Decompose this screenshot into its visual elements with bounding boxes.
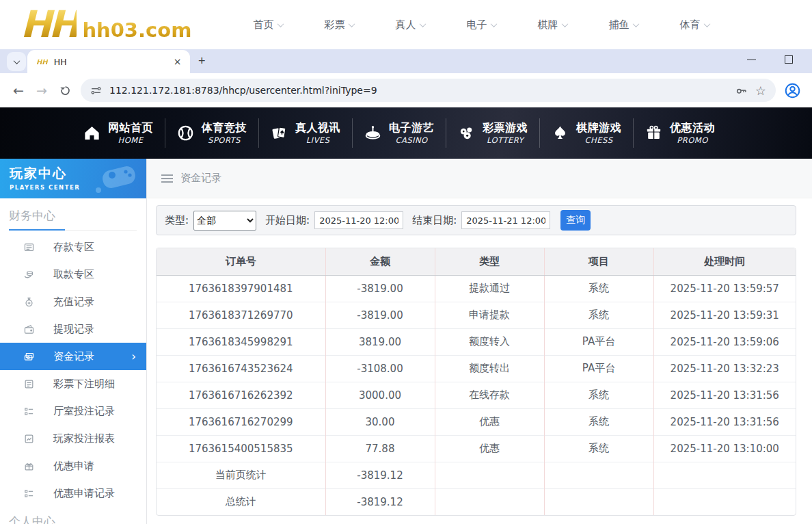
forward-button[interactable]: →: [30, 79, 53, 102]
cell-type: 优惠: [435, 435, 544, 462]
cell-type: 提款通过: [435, 275, 544, 302]
top-nav-item-fishing[interactable]: 捕鱼: [588, 18, 659, 31]
reload-button[interactable]: [53, 79, 77, 102]
url-bar[interactable]: 112.121.172.181:8783/hhcp/usercenter.htm…: [81, 79, 776, 102]
cell-time: 2025-11-20 13:10:00: [653, 435, 796, 462]
cell-time: 2025-11-20 13:32:23: [653, 355, 796, 382]
cell-order-no: 1763616716262392: [157, 382, 325, 408]
table-row: 176361540051583577.88优惠系统2025-11-20 13:1…: [157, 435, 796, 462]
cell-time: 2025-11-20 13:59:06: [653, 328, 796, 355]
cell-amount: 3819.00: [325, 328, 435, 355]
cell-order-no: 1763618371269770: [157, 302, 325, 328]
window-minimize-button[interactable]: [747, 60, 756, 60]
password-key-icon[interactable]: [735, 84, 748, 97]
home-icon: [83, 124, 101, 142]
sidebar: 玩家中心 PLAYERS CENTER 财务中心 存款专区 取款专区: [0, 159, 147, 524]
sidebar-item-promo-apply[interactable]: 优惠申请: [0, 452, 146, 480]
cell-project: 系统: [544, 408, 653, 435]
back-button[interactable]: ←: [7, 79, 30, 102]
table-summary-row-total: 总统计-3819.12: [157, 488, 796, 515]
cell-order-no: 1763618345998291: [157, 328, 325, 355]
sidebar-item-withdraw-zone[interactable]: 取款专区: [0, 261, 146, 288]
main-nav-promo[interactable]: 优惠活动PROMO: [633, 107, 727, 159]
page-header: 资金记录: [147, 159, 812, 198]
document-list-icon: [23, 378, 35, 390]
table-summary-row-page: 当前页统计-3819.12: [157, 462, 796, 488]
players-center-banner: 玩家中心 PLAYERS CENTER: [0, 159, 146, 198]
logo-hh-text: HH: [21, 6, 77, 43]
new-tab-button[interactable]: +: [198, 54, 206, 68]
deposit-card-icon: [23, 241, 35, 253]
table-row: 1763616743523624-3108.00额度转出PA平台2025-11-…: [157, 355, 796, 382]
cell-amount: -3108.00: [325, 355, 435, 382]
window-maximize-button[interactable]: [785, 55, 793, 64]
profile-avatar-icon[interactable]: [784, 82, 801, 99]
chevron-down-icon: [420, 21, 427, 27]
main-nav-sports[interactable]: 体育竞技SPORTS: [165, 107, 258, 159]
section-finance: 财务中心: [9, 208, 137, 231]
top-nav-item-chess[interactable]: 棋牌: [517, 18, 588, 31]
gamepad-icon: [93, 161, 142, 194]
sidebar-item-lottery-bet-details[interactable]: 彩票下注明细: [0, 370, 146, 397]
col-order-no: 订单号: [157, 248, 325, 275]
cell-time: 2025-11-20 13:31:56: [653, 408, 796, 435]
col-type: 类型: [435, 248, 544, 275]
funds-record-table: 订单号 金额 类型 项目 处理时间 1763618397901481-3819.…: [156, 248, 796, 516]
page-title: 资金记录: [180, 172, 221, 185]
cell-time: 2025-11-20 13:31:56: [653, 382, 796, 408]
cell-amount: -3819.12: [325, 462, 435, 488]
hand-coins-icon: [23, 269, 35, 280]
main-nav-chess[interactable]: 棋牌游戏CHESS: [539, 107, 633, 159]
end-date-input[interactable]: [461, 211, 550, 229]
cell-amount: 3000.00: [325, 382, 435, 408]
cell-time: 2025-11-20 13:59:57: [653, 275, 796, 302]
chevron-down-icon: [562, 21, 569, 27]
main-nav-lottery[interactable]: 彩票游戏LOTTERY: [446, 107, 539, 159]
sidebar-item-recharge-records[interactable]: 充值记录: [0, 288, 146, 315]
top-nav-item-lottery[interactable]: 彩票: [303, 18, 375, 31]
filter-bar: 类型: 全部 开始日期: 结束日期: 查询: [156, 205, 796, 235]
top-nav-item-home[interactable]: 首页: [232, 18, 303, 31]
browser-tab[interactable]: HH HH ×: [27, 50, 190, 73]
site-logo[interactable]: HH hh03.com: [21, 6, 191, 43]
site-info-icon[interactable]: [90, 85, 102, 96]
sidebar-item-player-bet-report[interactable]: 玩家投注报表: [0, 425, 146, 452]
sidebar-item-hall-bet-records[interactable]: 厅室投注记录: [0, 397, 146, 425]
cell-type: 申请提款: [435, 302, 544, 328]
query-button[interactable]: 查询: [560, 210, 591, 231]
col-project: 项目: [544, 248, 653, 275]
sidebar-item-deposit-zone[interactable]: 存款专区: [0, 233, 146, 261]
hamburger-icon[interactable]: [161, 172, 173, 185]
sidebar-item-funds-records[interactable]: 资金记录 ›: [0, 343, 146, 370]
wallet-icon: [23, 324, 35, 335]
start-date-label: 开始日期:: [265, 214, 310, 227]
start-date-input[interactable]: [314, 211, 403, 229]
chevron-down-icon: [633, 21, 640, 27]
cell-project: 系统: [544, 435, 653, 462]
screen: HH hh03.com 首页 彩票 真人 电子 棋牌 捕鱼 体育 HH HH ×…: [0, 0, 812, 524]
cell-project: PA平台: [544, 328, 653, 355]
sidebar-item-withdrawal-records[interactable]: 提现记录: [0, 315, 146, 343]
top-nav-item-sports[interactable]: 体育: [659, 18, 730, 31]
type-select[interactable]: 全部: [193, 211, 256, 231]
logo-domain-text: hh03.com: [82, 18, 191, 42]
top-nav-label: 首页: [253, 18, 273, 31]
roulette-icon: [364, 124, 382, 142]
tab-search-button[interactable]: [7, 52, 26, 71]
main-nav-casino[interactable]: 电子游艺CASINO: [352, 107, 446, 159]
cell-amount: -3819.12: [325, 488, 435, 515]
main-nav-lives[interactable]: 真人视讯LIVES: [258, 107, 352, 159]
tab-close-icon[interactable]: ×: [172, 56, 183, 68]
table-row: 17636183459982913819.00额度转入PA平台2025-11-2…: [157, 328, 796, 355]
money-bag-icon: [23, 296, 35, 308]
top-nav-item-live[interactable]: 真人: [375, 18, 446, 31]
bookmark-star-icon[interactable]: ☆: [755, 83, 766, 98]
sidebar-item-promo-apply-records[interactable]: 优惠申请记录: [0, 480, 146, 507]
top-nav-item-slots[interactable]: 电子: [446, 18, 517, 31]
site-top-nav: 首页 彩票 真人 电子 棋牌 捕鱼 体育: [232, 18, 730, 31]
banknotes-icon: [23, 351, 35, 363]
cell-type: 在线存款: [435, 382, 544, 408]
content-area: 玩家中心 PLAYERS CENTER 财务中心 存款专区 取款专区: [0, 159, 812, 524]
main-nav-home[interactable]: 网站首页HOME: [71, 107, 165, 159]
cell-amount: -3819.00: [325, 275, 435, 302]
